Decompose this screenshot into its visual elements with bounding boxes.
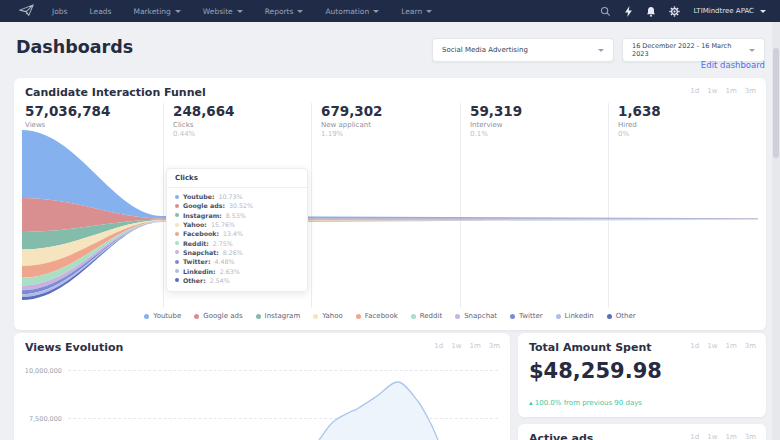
nav-item-learn[interactable]: Learn (401, 7, 432, 16)
nav-item-leads[interactable]: Leads (89, 7, 111, 16)
range-3m[interactable]: 3m (745, 433, 756, 440)
views-evolution-panel: Views Evolution 1d1w1m3m 10,000,000 7,50… (14, 333, 510, 440)
series-color-dot (175, 195, 179, 199)
legend-item-twitter[interactable]: Twitter (510, 312, 542, 320)
legend-item-instagram[interactable]: Instagram (256, 312, 301, 320)
funnel-band-youtube[interactable] (22, 130, 758, 219)
tooltip-row: Yahoo: 15.76% (175, 220, 299, 229)
legend-item-yahoo[interactable]: Yahoo (313, 312, 343, 320)
legend-color-dot (607, 314, 612, 319)
legend-item-google-ads[interactable]: Google ads (194, 312, 242, 320)
range-3m[interactable]: 3m (745, 342, 756, 350)
range-1w[interactable]: 1w (707, 87, 717, 95)
funnel-legend: YoutubeGoogle adsInstagramYahooFacebookR… (14, 312, 766, 320)
legend-color-dot (256, 314, 261, 319)
dashboard-select[interactable]: Social Media Advertising (432, 38, 614, 62)
series-value: 30.52% (229, 202, 253, 209)
bell-icon[interactable] (646, 6, 656, 17)
dashboard-select-value: Social Media Advertising (442, 46, 528, 54)
nav-item-automation[interactable]: Automation (325, 7, 379, 16)
funnel-stream-chart (22, 128, 758, 310)
nav-item-marketing[interactable]: Marketing (133, 7, 180, 16)
nav-item-label: Learn (401, 7, 422, 16)
legend-item-youtube[interactable]: Youtube (144, 312, 181, 320)
range-1d[interactable]: 1d (690, 342, 699, 350)
tooltip-title: Clicks (167, 169, 307, 188)
nav-item-reports[interactable]: Reports (265, 7, 304, 16)
tooltip-row: Reddit: 2.75% (175, 238, 299, 247)
tooltip-row: Google ads: 30.52% (175, 201, 299, 210)
spent-delta-badge: ▴ 100.0% from previous 90 days (529, 399, 642, 407)
account-label: LTIMindtree APAC (693, 7, 754, 15)
edit-dashboard-link[interactable]: Edit dashboard (622, 60, 765, 70)
funnel-band-other[interactable] (22, 220, 758, 300)
range-1w[interactable]: 1w (707, 342, 717, 350)
active-ads-panel: Active ads 1d1w1m3m (518, 424, 766, 440)
bolt-icon[interactable] (624, 6, 633, 17)
stat-value: 1,638 (618, 103, 661, 119)
chevron-down-icon (749, 49, 755, 52)
legend-color-dot (411, 314, 416, 319)
series-name: Google ads: (183, 202, 225, 209)
candidate-interaction-funnel-panel: Candidate Interaction Funnel 1d1w1m3m 57… (14, 78, 766, 330)
range-1m[interactable]: 1m (725, 433, 736, 440)
series-name: Facebook: (183, 230, 219, 237)
series-name: Youtube: (183, 193, 215, 200)
total-amount-spent-panel: Total Amount Spent 1d1w1m3m $48,259.98 ▴… (518, 333, 766, 417)
series-value: 8.26% (223, 249, 243, 256)
nav-menu: JobsLeadsMarketingWebsiteReportsAutomati… (52, 7, 432, 16)
chevron-down-icon (598, 49, 604, 52)
stat-value: 248,664 (173, 103, 235, 119)
top-navbar: JobsLeadsMarketingWebsiteReportsAutomati… (0, 0, 780, 22)
legend-item-snapchat[interactable]: Snapchat (455, 312, 497, 320)
range-1w[interactable]: 1w (707, 433, 717, 440)
time-range-selector: 1d1w1m3m (690, 87, 756, 95)
spent-panel-title: Total Amount Spent (529, 341, 652, 354)
date-range-value: 16 December 2022 - 16 March 2023 (632, 42, 749, 58)
legend-label: Other (616, 312, 636, 320)
account-menu[interactable]: LTIMindtree APAC (693, 7, 766, 15)
range-1m[interactable]: 1m (725, 342, 736, 350)
series-value: 8.53% (226, 212, 246, 219)
legend-color-dot (455, 314, 460, 319)
nav-item-jobs[interactable]: Jobs (52, 7, 67, 16)
tooltip-row: Other: 2.54% (175, 276, 299, 285)
legend-label: Linkedin (565, 312, 594, 320)
tooltip-row: Facebook: 13.4% (175, 229, 299, 238)
series-value: 10.73% (219, 193, 243, 200)
nav-item-website[interactable]: Website (203, 7, 243, 16)
range-1m[interactable]: 1m (725, 87, 736, 95)
series-color-dot (175, 278, 179, 282)
series-name: Linkedin: (183, 268, 216, 275)
chevron-down-icon (297, 10, 303, 13)
series-value: 2.63% (220, 268, 240, 275)
legend-label: Reddit (420, 312, 442, 320)
range-1d[interactable]: 1d (690, 87, 699, 95)
series-color-dot (175, 213, 179, 217)
legend-item-facebook[interactable]: Facebook (356, 312, 398, 320)
gear-icon[interactable] (669, 6, 680, 17)
search-icon[interactable] (600, 6, 611, 17)
range-1d[interactable]: 1d (690, 433, 699, 440)
chevron-down-icon (760, 10, 766, 13)
nav-item-label: Jobs (52, 7, 67, 16)
legend-color-dot (356, 314, 361, 319)
legend-color-dot (510, 314, 515, 319)
date-range-select[interactable]: 16 December 2022 - 16 March 2023 (622, 38, 765, 62)
paper-plane-icon (19, 2, 34, 21)
scrollbar-thumb[interactable] (773, 48, 779, 158)
chevron-down-icon (426, 10, 432, 13)
legend-item-other[interactable]: Other (607, 312, 636, 320)
stat-views: 57,036,784Views (25, 103, 110, 129)
legend-color-dot (194, 314, 199, 319)
legend-item-linkedin[interactable]: Linkedin (556, 312, 594, 320)
brand-logo[interactable] (0, 2, 52, 21)
clicks-tooltip: Clicks Youtube: 10.73%Google ads: 30.52%… (166, 168, 308, 292)
views-area-fill (319, 382, 438, 440)
legend-label: Instagram (265, 312, 301, 320)
range-3m[interactable]: 3m (745, 87, 756, 95)
legend-item-reddit[interactable]: Reddit (411, 312, 442, 320)
scrollbar-track[interactable] (772, 22, 780, 440)
time-range-selector: 1d1w1m3m (690, 342, 756, 350)
funnel-band-linkedin[interactable] (22, 220, 758, 297)
